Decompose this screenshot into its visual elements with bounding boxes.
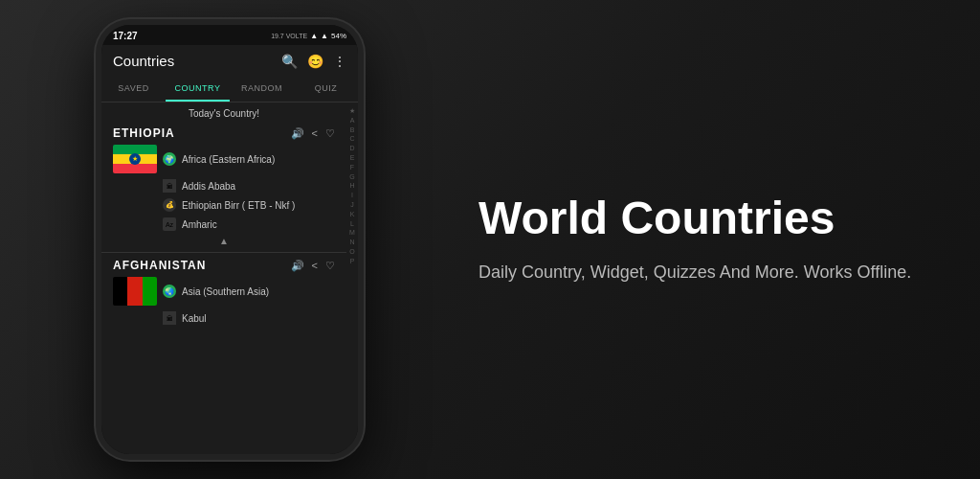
alpha-i[interactable]: I — [351, 191, 353, 200]
alphabet-sidebar: ★ A B C D E F G H I J K L M N O P — [346, 103, 358, 454]
ethiopia-region: Africa (Eastern Africa) — [182, 154, 275, 165]
tab-saved[interactable]: SAVED — [101, 77, 166, 102]
signal-text: 19.7 VOLTE — [271, 33, 307, 39]
ethiopia-name: ETHIOPIA — [113, 126, 175, 140]
tabs-bar: SAVED COUNTRY RANDOM QUIZ — [101, 77, 358, 103]
afghanistan-region-row: 🌏 Asia (Southern Asia) — [101, 274, 346, 308]
alpha-star[interactable]: ★ — [349, 106, 355, 116]
search-icon[interactable]: 🔍 — [281, 54, 298, 69]
alpha-c[interactable]: C — [349, 134, 354, 144]
af-heart-icon[interactable]: ♡ — [325, 260, 335, 272]
afghanistan-capital-row: 🏛 Kabul — [101, 308, 346, 328]
section-divider — [101, 252, 346, 253]
tab-random[interactable]: RANDOM — [230, 77, 294, 102]
alpha-k[interactable]: K — [350, 210, 355, 219]
alpha-m[interactable]: M — [349, 228, 355, 238]
ethiopia-capital: Addis Ababa — [182, 181, 235, 192]
alpha-l[interactable]: L — [350, 219, 354, 229]
alpha-f[interactable]: F — [350, 163, 354, 172]
header-icons: 🔍 😊 ⋮ — [281, 54, 346, 69]
today-section: Today's Country! — [101, 103, 346, 125]
hero-section: World Countries Daily Country, Widget, Q… — [459, 174, 980, 305]
app-title: Countries — [113, 53, 174, 69]
alpha-p[interactable]: P — [350, 257, 355, 266]
status-time: 17:27 — [113, 31, 138, 41]
alpha-a[interactable]: A — [350, 116, 355, 125]
afghanistan-capital: Kabul — [182, 313, 207, 324]
alpha-e[interactable]: E — [350, 153, 355, 163]
alpha-b[interactable]: B — [350, 125, 355, 135]
today-label: Today's Country! — [113, 108, 335, 119]
scroll-up-indicator: ▲ — [101, 234, 346, 248]
ethiopia-actions: 🔊 < ♡ — [291, 127, 335, 140]
ethiopia-currency: Ethiopian Birr ( ETB - Nkf ) — [182, 200, 295, 211]
alpha-h[interactable]: H — [349, 181, 354, 191]
status-bar: 17:27 19.7 VOLTE ▲ ▲ 54% — [101, 25, 358, 45]
ethiopia-capital-row: 🏛 Addis Ababa — [101, 176, 346, 195]
af-region-icon: 🌏 — [163, 285, 176, 298]
more-icon[interactable]: ⋮ — [333, 54, 346, 69]
ethiopia-header: ETHIOPIA 🔊 < ♡ — [101, 125, 346, 142]
hero-description: Daily Country, Widget, Quizzes And More.… — [479, 260, 932, 285]
af-sound-icon[interactable]: 🔊 — [291, 260, 304, 272]
af-capital-icon: 🏛 — [163, 311, 176, 325]
ethiopia-currency-row: 💰 Ethiopian Birr ( ETB - Nkf ) — [101, 195, 346, 215]
capital-icon: 🏛 — [163, 179, 176, 193]
heart-icon[interactable]: ♡ — [325, 127, 335, 140]
phone-frame: 17:27 19.7 VOLTE ▲ ▲ 54% Countries 🔍 😊 ⋮… — [96, 19, 364, 460]
ethiopia-language-row: Az Amharic — [101, 215, 346, 234]
sound-icon[interactable]: 🔊 — [291, 127, 304, 140]
emoji-icon[interactable]: 😊 — [307, 54, 323, 69]
status-icons: 19.7 VOLTE ▲ ▲ 54% — [271, 32, 346, 40]
scroll-area: Today's Country! ETHIOPIA 🔊 < ♡ — [101, 103, 346, 454]
af-share-icon[interactable]: < — [312, 260, 318, 271]
tab-quiz[interactable]: QUIZ — [294, 77, 358, 102]
alpha-d[interactable]: D — [349, 144, 354, 153]
app-header: Countries 🔍 😊 ⋮ — [101, 45, 358, 77]
afghanistan-name: AFGHANISTAN — [113, 259, 206, 272]
afghanistan-region: Asia (Southern Asia) — [182, 286, 269, 297]
phone-mockup: 17:27 19.7 VOLTE ▲ ▲ 54% Countries 🔍 😊 ⋮… — [0, 0, 459, 479]
ethiopia-region-row: ★ 🌍 Africa (Eastern Africa) — [101, 142, 346, 176]
afghanistan-actions: 🔊 < ♡ — [291, 260, 335, 272]
currency-icon: 💰 — [163, 198, 176, 212]
alpha-o[interactable]: O — [349, 247, 354, 257]
ethiopia-language: Amharic — [182, 219, 217, 230]
content-area: Today's Country! ETHIOPIA 🔊 < ♡ — [101, 103, 358, 454]
hero-title: World Countries — [479, 194, 932, 244]
region-icon: 🌍 — [163, 152, 176, 166]
wifi-icon: ▲ — [321, 32, 328, 40]
signal-bars-icon: ▲ — [310, 32, 318, 40]
alpha-j[interactable]: J — [350, 200, 354, 210]
battery-text: 54% — [331, 32, 346, 40]
ethiopia-flag: ★ — [113, 145, 157, 173]
alpha-g[interactable]: G — [349, 172, 354, 182]
alpha-n[interactable]: N — [349, 238, 354, 247]
afghanistan-header: AFGHANISTAN 🔊 < ♡ — [101, 257, 346, 274]
share-icon[interactable]: < — [312, 127, 318, 139]
language-icon: Az — [163, 217, 176, 231]
tab-country[interactable]: COUNTRY — [166, 77, 230, 102]
